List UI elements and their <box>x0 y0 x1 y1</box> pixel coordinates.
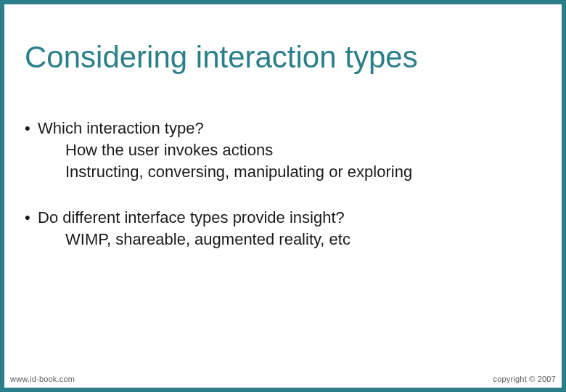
bullet-subtext: WIMP, shareable, augmented reality, etc <box>65 229 541 250</box>
bullet-text: Which interaction type? <box>38 118 204 139</box>
bullet-line: • Do different interface types provide i… <box>25 207 541 229</box>
bullet-dot-icon: • <box>25 118 38 139</box>
footer-copyright: copyright © 2007 <box>493 375 556 383</box>
bullet-subtext: Instructing, conversing, manipulating or… <box>65 161 541 183</box>
bullet-dot-icon: • <box>25 207 38 229</box>
footer-url: www.id-book.com <box>10 375 75 383</box>
bullet-item: • Which interaction type? How the user i… <box>25 118 541 182</box>
slide-footer: www.id-book.com copyright © 2007 <box>4 372 562 388</box>
slide-title: Considering interaction types <box>25 41 562 74</box>
slide-body: • Which interaction type? How the user i… <box>25 118 541 250</box>
bullet-subtext: How the user invokes actions <box>65 139 541 161</box>
bullet-line: • Which interaction type? <box>25 118 541 139</box>
slide-frame: Considering interaction types • Which in… <box>0 0 566 392</box>
bullet-item: • Do different interface types provide i… <box>25 207 541 250</box>
bullet-text: Do different interface types provide ins… <box>38 207 345 229</box>
